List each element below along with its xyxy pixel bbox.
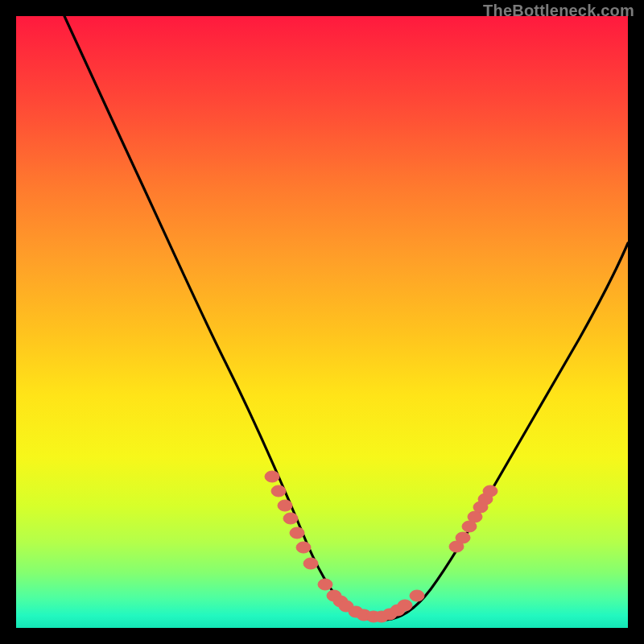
marker-dot: [296, 542, 311, 553]
marker-dot: [398, 600, 412, 611]
marker-dot: [283, 513, 298, 524]
chart-svg: [16, 16, 628, 628]
marker-dot: [483, 485, 497, 497]
marker-dot: [278, 500, 292, 511]
marker-dot: [303, 558, 318, 569]
marker-dot: [265, 471, 279, 482]
marker-dot: [410, 590, 424, 601]
marker-dot: [456, 532, 470, 543]
marker-dot: [290, 527, 304, 539]
watermark-text: TheBottleneck.com: [483, 2, 634, 20]
marker-dot: [271, 485, 286, 497]
chart-frame: TheBottleneck.com: [0, 0, 644, 644]
bottleneck-curve: [64, 16, 628, 620]
marker-dot: [318, 579, 332, 590]
marker-group: [265, 471, 497, 622]
